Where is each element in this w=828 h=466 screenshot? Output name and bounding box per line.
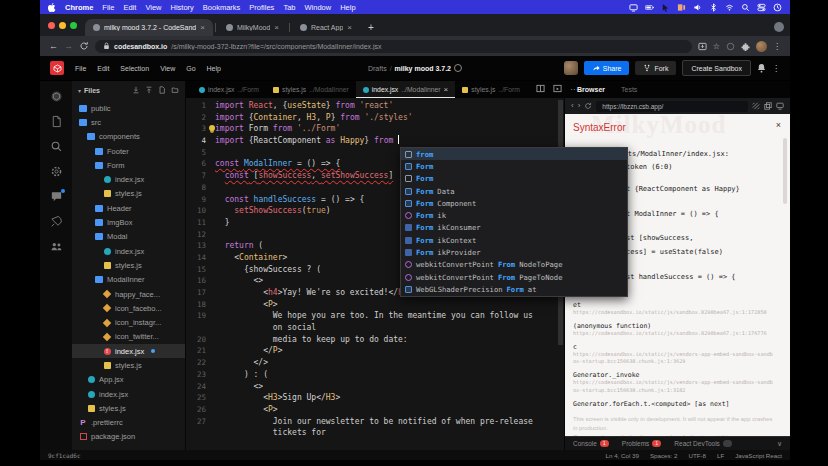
tree-item-styles-js[interactable]: styles.js — [72, 358, 185, 372]
chevron-down-icon[interactable]: ▾ — [78, 87, 81, 94]
tab-close-icon[interactable]: × — [274, 24, 279, 32]
autocomplete-item[interactable]: FormData — [401, 185, 627, 197]
tree-item-index-jsx[interactable]: index.jsx — [72, 244, 185, 258]
csb-menu-help[interactable]: Help — [207, 65, 221, 72]
battery-icon[interactable] — [645, 3, 654, 12]
autocomplete-item[interactable]: WebGLShaderPrecisionFormat — [401, 283, 627, 295]
console-tab-problems[interactable]: Problems1 — [622, 440, 661, 447]
more-actions-icon[interactable]: ⋯ — [570, 85, 578, 94]
responsive-mode-icon[interactable] — [752, 102, 760, 110]
tree-item-index-jsx[interactable]: index.jsx — [72, 387, 185, 401]
close-icon[interactable]: × — [776, 120, 781, 130]
upload-icon[interactable] — [145, 86, 153, 95]
editor-tab[interactable]: index.jsx../Form — [192, 81, 266, 98]
tree-item-header[interactable]: Header — [72, 201, 185, 215]
split-view-icon[interactable] — [536, 84, 545, 95]
code-line[interactable]: 4import {ReactComponent as Happy} from — [186, 135, 556, 147]
tree-item-imgbox[interactable]: ImgBox — [72, 215, 185, 229]
preview-tab-tests[interactable]: Tests — [621, 86, 637, 93]
collapse-chevron-icon[interactable]: ∨ — [777, 440, 782, 448]
settings-gear-icon[interactable] — [50, 165, 63, 178]
user-avatar[interactable] — [564, 61, 578, 75]
clock-icon[interactable] — [773, 3, 782, 12]
tree-item-app-jsx[interactable]: App.jsx — [72, 373, 185, 387]
tree-item-package-json[interactable]: package.json — [72, 430, 185, 444]
tree-item-happy-face-[interactable]: happy_face... — [72, 287, 185, 301]
csb-menu-selection[interactable]: Selection — [120, 65, 149, 72]
share-button[interactable]: Share — [584, 61, 630, 75]
new-directory-icon[interactable] — [171, 86, 179, 95]
codesandbox-logo-icon[interactable] — [50, 61, 64, 75]
notifications-bell-icon[interactable] — [757, 63, 766, 73]
profile-icon[interactable] — [774, 22, 784, 32]
code-line[interactable]: 3import Form from '../Form' — [186, 123, 556, 135]
apple-icon[interactable] — [48, 3, 56, 12]
search-icon[interactable] — [741, 3, 750, 12]
browser-tab[interactable]: MilkyMood× — [218, 19, 287, 36]
lock-icon[interactable] — [103, 42, 110, 50]
forward-button[interactable]: → — [64, 42, 73, 51]
project-title[interactable]: milky mood 3.7.2 — [395, 65, 451, 72]
tab-close-icon[interactable]: × — [200, 24, 205, 32]
reload-button[interactable] — [79, 41, 89, 51]
tree-item-icon-instagr-[interactable]: icon_instagr... — [72, 315, 185, 329]
bluetooth-icon[interactable] — [709, 3, 718, 12]
code-line[interactable]: 21 </P> — [186, 345, 556, 357]
control-center-icon[interactable] — [757, 3, 766, 12]
pointer-icon[interactable] — [661, 3, 670, 12]
volume-icon[interactable] — [693, 3, 702, 12]
minimize-window-button[interactable] — [59, 22, 66, 29]
code-line[interactable]: 25 <H3>Sign Up</H3> — [186, 392, 556, 404]
csb-menu-file[interactable]: File — [75, 65, 86, 72]
console-tab-react-devtools[interactable]: React DevTools — [674, 440, 732, 447]
tree-item-modalinner[interactable]: ModalInner — [72, 273, 185, 287]
updates-icon[interactable] — [726, 42, 735, 51]
tree-item-src[interactable]: src — [72, 115, 185, 129]
tree-item-index-jsx[interactable]: index.jsx — [72, 172, 185, 186]
tree-item--prettierrc[interactable]: P.prettierrc — [72, 416, 185, 430]
menubar-item-view[interactable]: View — [145, 3, 161, 12]
deploy-rocket-icon[interactable] — [50, 215, 63, 228]
share-screen-icon[interactable] — [776, 102, 784, 110]
browser-tab[interactable]: React App× — [292, 19, 360, 36]
bookmark-star-icon[interactable]: ☆ — [713, 42, 720, 51]
code-line[interactable]: on social — [186, 322, 556, 334]
install-app-icon[interactable] — [698, 42, 707, 51]
new-file-icon[interactable] — [158, 86, 166, 95]
close-window-button[interactable] — [48, 22, 55, 29]
open-preview-icon[interactable] — [553, 84, 562, 95]
code-line[interactable]: 24 <> — [186, 381, 556, 393]
autocomplete-item[interactable]: webkitConvertPointFromPageToNode — [401, 271, 627, 283]
breadcrumb-drafts[interactable]: Drafts — [368, 65, 387, 72]
code-line[interactable]: 1import React, {useState} from 'react' — [186, 100, 556, 112]
create-sandbox-button[interactable]: Create Sandbox — [682, 60, 751, 76]
address-bar[interactable]: codesandbox.io/s/milky-mood-372-lbzzn?fi… — [95, 40, 692, 53]
tree-item-components[interactable]: components — [72, 130, 185, 144]
menubar-item-edit[interactable]: Edit — [123, 3, 136, 12]
code-line[interactable]: 23 ) : ( — [186, 369, 556, 381]
preview-url-bar[interactable]: https://lbzzn.csb.app/ — [596, 101, 748, 112]
autocomplete-item[interactable]: FormComponent — [401, 197, 627, 209]
editor-tab[interactable]: index.jsx../Modalinner× — [356, 81, 455, 98]
code-line[interactable]: 2import {Container, H3, P} from './style… — [186, 112, 556, 124]
tree-item-footer[interactable]: Footer — [72, 144, 185, 158]
live-collaboration-users-icon[interactable] — [50, 240, 63, 253]
explorer-files-icon[interactable] — [50, 115, 63, 128]
preview-reload-icon[interactable] — [584, 102, 592, 110]
autocomplete-item[interactable]: webkitConvertPointFromNodeToPage — [401, 259, 627, 271]
menubar-item-help[interactable]: Help — [340, 3, 355, 12]
stack-frame-url[interactable]: https://codesandbox.io/static/js/sandbox… — [573, 330, 774, 338]
tree-item-styles-js[interactable]: styles.js — [72, 401, 185, 415]
new-tab-button[interactable]: + — [368, 22, 374, 33]
browser-menu-icon[interactable]: ⋮ — [773, 42, 781, 51]
csb-menu-go[interactable]: Go — [186, 65, 195, 72]
tree-item-styles-js[interactable]: styles.js — [72, 187, 185, 201]
stack-frame-url[interactable]: https://codesandbox.io/static/js/vendors… — [573, 351, 774, 367]
editor-tab[interactable]: styles.js../ModalInner — [266, 81, 356, 98]
menubar-item-file[interactable]: File — [102, 3, 114, 12]
avatar[interactable] — [756, 41, 767, 52]
wifi-icon[interactable] — [725, 3, 734, 12]
console-tab-console[interactable]: Console1 — [573, 440, 609, 447]
open-new-window-icon[interactable] — [764, 102, 772, 110]
window-icon[interactable] — [677, 3, 686, 12]
